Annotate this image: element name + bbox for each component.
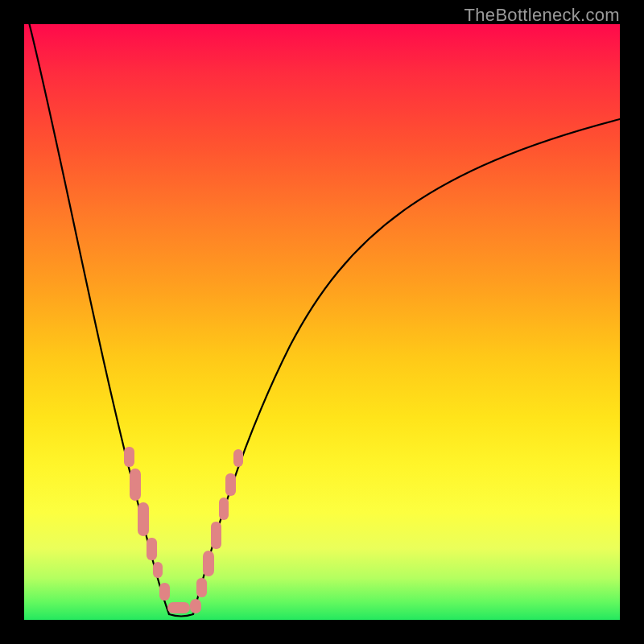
curve-right-branch	[193, 119, 620, 614]
plot-area	[24, 24, 620, 620]
svg-rect-10	[211, 522, 221, 549]
svg-rect-13	[233, 449, 243, 467]
outer-frame: TheBottleneck.com	[0, 0, 644, 644]
svg-rect-12	[225, 473, 236, 496]
svg-rect-0	[124, 447, 134, 467]
svg-rect-4	[153, 562, 163, 578]
watermark-text: TheBottleneck.com	[464, 5, 620, 26]
svg-rect-2	[138, 502, 149, 536]
svg-rect-3	[147, 538, 157, 560]
svg-rect-11	[219, 497, 229, 520]
svg-rect-5	[159, 583, 170, 601]
curve-bottom	[169, 614, 193, 617]
svg-rect-6	[167, 602, 190, 613]
svg-rect-7	[190, 599, 201, 613]
svg-rect-1	[130, 469, 141, 501]
svg-rect-9	[203, 551, 214, 576]
bottleneck-curve	[24, 24, 620, 620]
markers-left	[124, 447, 190, 613]
svg-rect-8	[196, 578, 207, 597]
